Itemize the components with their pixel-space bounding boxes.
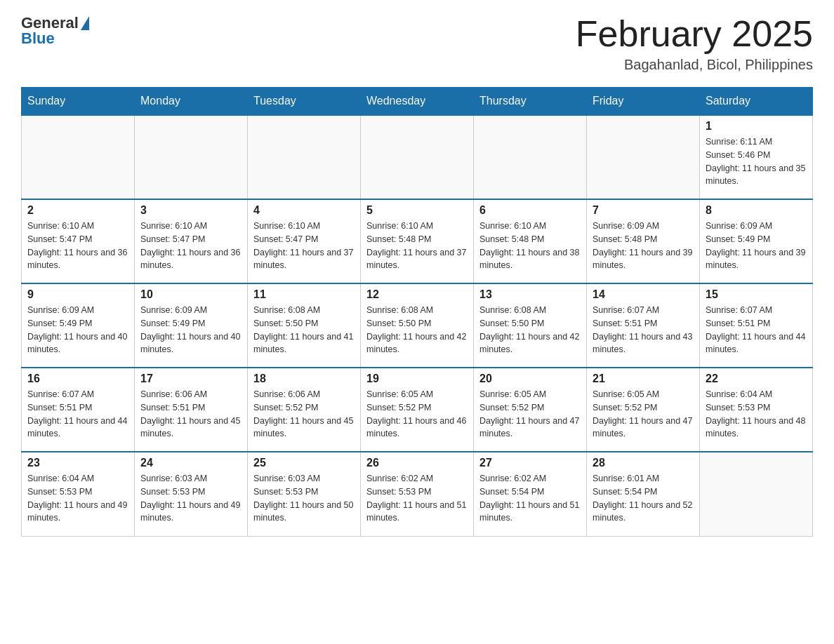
day-info: Sunrise: 6:09 AMSunset: 5:48 PMDaylight:… (593, 220, 694, 272)
calendar-cell: 23Sunrise: 6:04 AMSunset: 5:53 PMDayligh… (22, 452, 135, 536)
logo-triangle-icon (81, 16, 89, 30)
day-number: 25 (253, 457, 355, 469)
day-info: Sunrise: 6:11 AMSunset: 5:46 PMDaylight:… (706, 135, 807, 188)
week-row-3: 9Sunrise: 6:09 AMSunset: 5:49 PMDaylight… (22, 283, 813, 368)
day-info: Sunrise: 6:08 AMSunset: 5:50 PMDaylight:… (366, 304, 468, 356)
calendar-cell: 18Sunrise: 6:06 AMSunset: 5:52 PMDayligh… (248, 368, 361, 452)
calendar-subtitle: Bagahanlad, Bicol, Philippines (576, 57, 813, 73)
day-number: 6 (479, 204, 581, 217)
day-info: Sunrise: 6:03 AMSunset: 5:53 PMDaylight:… (140, 472, 241, 525)
day-number: 2 (27, 204, 128, 217)
day-info: Sunrise: 6:06 AMSunset: 5:51 PMDaylight:… (140, 388, 241, 441)
day-number: 21 (593, 373, 694, 385)
calendar-cell: 25Sunrise: 6:03 AMSunset: 5:53 PMDayligh… (248, 452, 361, 536)
day-number: 3 (140, 204, 241, 217)
day-info: Sunrise: 6:07 AMSunset: 5:51 PMDaylight:… (706, 304, 807, 356)
week-row-1: 1Sunrise: 6:11 AMSunset: 5:46 PMDaylight… (22, 115, 813, 199)
day-info: Sunrise: 6:06 AMSunset: 5:52 PMDaylight:… (253, 388, 355, 441)
day-info: Sunrise: 6:05 AMSunset: 5:52 PMDaylight:… (479, 388, 581, 441)
calendar-cell: 12Sunrise: 6:08 AMSunset: 5:50 PMDayligh… (361, 283, 474, 368)
week-row-5: 23Sunrise: 6:04 AMSunset: 5:53 PMDayligh… (22, 452, 813, 536)
day-number: 17 (140, 373, 241, 385)
calendar-cell: 21Sunrise: 6:05 AMSunset: 5:52 PMDayligh… (587, 368, 700, 452)
day-info: Sunrise: 6:04 AMSunset: 5:53 PMDaylight:… (706, 388, 807, 441)
day-number: 10 (140, 288, 241, 301)
week-row-4: 16Sunrise: 6:07 AMSunset: 5:51 PMDayligh… (22, 368, 813, 452)
day-info: Sunrise: 6:01 AMSunset: 5:54 PMDaylight:… (593, 472, 694, 525)
day-info: Sunrise: 6:05 AMSunset: 5:52 PMDaylight:… (593, 388, 694, 441)
calendar-cell: 9Sunrise: 6:09 AMSunset: 5:49 PMDaylight… (22, 283, 135, 368)
column-header-tuesday: Tuesday (248, 88, 361, 116)
calendar-cell: 27Sunrise: 6:02 AMSunset: 5:54 PMDayligh… (474, 452, 587, 536)
column-header-wednesday: Wednesday (361, 88, 474, 116)
title-block: February 2025 Bagahanlad, Bicol, Philipp… (576, 14, 813, 73)
column-header-sunday: Sunday (22, 88, 135, 116)
day-info: Sunrise: 6:05 AMSunset: 5:52 PMDaylight:… (366, 388, 468, 441)
page-header: General Blue February 2025 Bagahanlad, B… (21, 14, 813, 73)
calendar-cell: 15Sunrise: 6:07 AMSunset: 5:51 PMDayligh… (700, 283, 813, 368)
day-info: Sunrise: 6:02 AMSunset: 5:54 PMDaylight:… (479, 472, 581, 525)
day-number: 22 (706, 373, 807, 385)
calendar-header-row: SundayMondayTuesdayWednesdayThursdayFrid… (22, 88, 813, 116)
calendar-cell: 11Sunrise: 6:08 AMSunset: 5:50 PMDayligh… (248, 283, 361, 368)
day-info: Sunrise: 6:03 AMSunset: 5:53 PMDaylight:… (253, 472, 355, 525)
calendar-cell: 4Sunrise: 6:10 AMSunset: 5:47 PMDaylight… (248, 199, 361, 283)
day-info: Sunrise: 6:09 AMSunset: 5:49 PMDaylight:… (140, 304, 241, 356)
day-info: Sunrise: 6:08 AMSunset: 5:50 PMDaylight:… (479, 304, 581, 356)
calendar-cell: 3Sunrise: 6:10 AMSunset: 5:47 PMDaylight… (135, 199, 248, 283)
column-header-monday: Monday (135, 88, 248, 116)
calendar-cell: 7Sunrise: 6:09 AMSunset: 5:48 PMDaylight… (587, 199, 700, 283)
calendar-cell: 2Sunrise: 6:10 AMSunset: 5:47 PMDaylight… (22, 199, 135, 283)
calendar-cell: 19Sunrise: 6:05 AMSunset: 5:52 PMDayligh… (361, 368, 474, 452)
day-info: Sunrise: 6:08 AMSunset: 5:50 PMDaylight:… (253, 304, 355, 356)
day-number: 8 (706, 204, 807, 217)
calendar-title: February 2025 (576, 14, 813, 54)
calendar-cell (700, 452, 813, 536)
calendar-cell: 16Sunrise: 6:07 AMSunset: 5:51 PMDayligh… (22, 368, 135, 452)
day-number: 26 (366, 457, 468, 469)
calendar-cell (474, 115, 587, 199)
calendar-cell: 24Sunrise: 6:03 AMSunset: 5:53 PMDayligh… (135, 452, 248, 536)
day-info: Sunrise: 6:10 AMSunset: 5:47 PMDaylight:… (140, 220, 241, 272)
calendar-cell: 8Sunrise: 6:09 AMSunset: 5:49 PMDaylight… (700, 199, 813, 283)
calendar-cell: 20Sunrise: 6:05 AMSunset: 5:52 PMDayligh… (474, 368, 587, 452)
day-number: 7 (593, 204, 694, 217)
logo-blue-text: Blue (21, 29, 55, 48)
calendar-cell: 26Sunrise: 6:02 AMSunset: 5:53 PMDayligh… (361, 452, 474, 536)
day-info: Sunrise: 6:10 AMSunset: 5:48 PMDaylight:… (479, 220, 581, 272)
day-number: 12 (366, 288, 468, 301)
calendar-table: SundayMondayTuesdayWednesdayThursdayFrid… (21, 87, 813, 537)
day-number: 13 (479, 288, 581, 301)
day-number: 15 (706, 288, 807, 301)
day-number: 9 (27, 288, 128, 301)
day-number: 4 (253, 204, 355, 217)
day-info: Sunrise: 6:04 AMSunset: 5:53 PMDaylight:… (27, 472, 128, 525)
day-number: 14 (593, 288, 694, 301)
day-info: Sunrise: 6:10 AMSunset: 5:47 PMDaylight:… (253, 220, 355, 272)
week-row-2: 2Sunrise: 6:10 AMSunset: 5:47 PMDaylight… (22, 199, 813, 283)
day-info: Sunrise: 6:07 AMSunset: 5:51 PMDaylight:… (593, 304, 694, 356)
day-info: Sunrise: 6:02 AMSunset: 5:53 PMDaylight:… (366, 472, 468, 525)
logo: General Blue (21, 14, 89, 48)
calendar-cell (22, 115, 135, 199)
calendar-cell: 6Sunrise: 6:10 AMSunset: 5:48 PMDaylight… (474, 199, 587, 283)
column-header-saturday: Saturday (700, 88, 813, 116)
day-number: 18 (253, 373, 355, 385)
day-number: 28 (593, 457, 694, 469)
day-info: Sunrise: 6:10 AMSunset: 5:47 PMDaylight:… (27, 220, 128, 272)
day-number: 20 (479, 373, 581, 385)
day-info: Sunrise: 6:09 AMSunset: 5:49 PMDaylight:… (706, 220, 807, 272)
calendar-cell: 14Sunrise: 6:07 AMSunset: 5:51 PMDayligh… (587, 283, 700, 368)
day-number: 5 (366, 204, 468, 217)
calendar-cell: 22Sunrise: 6:04 AMSunset: 5:53 PMDayligh… (700, 368, 813, 452)
calendar-cell (361, 115, 474, 199)
day-info: Sunrise: 6:07 AMSunset: 5:51 PMDaylight:… (27, 388, 128, 441)
calendar-cell: 5Sunrise: 6:10 AMSunset: 5:48 PMDaylight… (361, 199, 474, 283)
day-number: 19 (366, 373, 468, 385)
calendar-cell (248, 115, 361, 199)
calendar-cell (587, 115, 700, 199)
calendar-cell: 17Sunrise: 6:06 AMSunset: 5:51 PMDayligh… (135, 368, 248, 452)
calendar-cell: 1Sunrise: 6:11 AMSunset: 5:46 PMDaylight… (700, 115, 813, 199)
day-number: 24 (140, 457, 241, 469)
calendar-cell: 28Sunrise: 6:01 AMSunset: 5:54 PMDayligh… (587, 452, 700, 536)
